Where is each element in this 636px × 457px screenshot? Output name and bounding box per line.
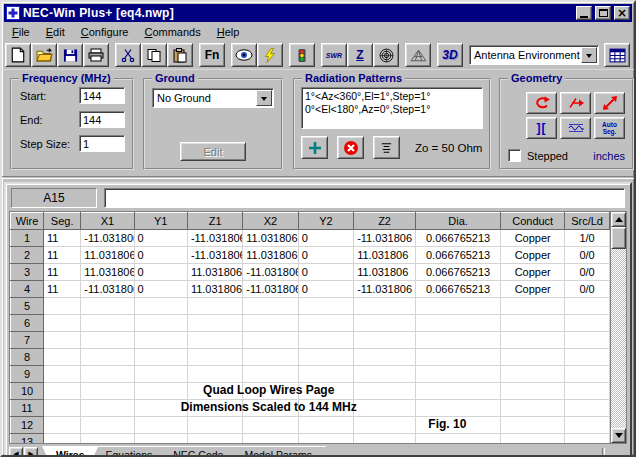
scroll-up-button[interactable] <box>611 212 626 227</box>
grid-cell[interactable]: 0/0 <box>565 281 610 298</box>
grid-cell[interactable] <box>354 298 416 315</box>
grid-cell[interactable]: 0.066765213 <box>415 281 500 298</box>
column-header[interactable]: Y1 <box>134 213 187 230</box>
grid-cell[interactable] <box>415 434 500 445</box>
column-header[interactable]: Seg. <box>44 213 81 230</box>
grid-cell[interactable] <box>298 332 353 349</box>
grid-cell[interactable]: 11.031806 <box>243 247 298 264</box>
grid-cell[interactable] <box>298 315 353 332</box>
grid-cell[interactable] <box>134 315 187 332</box>
grid-cell[interactable] <box>565 434 610 445</box>
pattern-list[interactable]: 1°<Az<360°,El=1°,Step=1° 0°<El<180°,Az=0… <box>301 87 483 129</box>
grid-cell[interactable]: 0 <box>134 247 187 264</box>
grid-cell[interactable] <box>81 315 134 332</box>
grid-cell[interactable] <box>187 417 242 434</box>
grid-cell[interactable]: -11.031806 <box>187 247 242 264</box>
fn-button[interactable]: Fn <box>199 43 225 67</box>
grid-cell[interactable] <box>243 434 298 445</box>
grid-cell[interactable] <box>415 366 500 383</box>
grid-cell[interactable] <box>81 434 134 445</box>
grid-cell[interactable] <box>243 315 298 332</box>
grid-cell[interactable] <box>354 315 416 332</box>
column-header[interactable]: Conduct <box>501 213 565 230</box>
grid-cell[interactable]: 1/0 <box>565 230 610 247</box>
grid-cell[interactable] <box>354 383 416 400</box>
grid-cell[interactable] <box>354 400 416 417</box>
grid-cell[interactable]: 0 <box>298 247 353 264</box>
column-header[interactable]: Dia. <box>415 213 500 230</box>
polar-plot-button[interactable] <box>373 43 399 67</box>
tab-scroll-right-button[interactable]: ▶ <box>24 447 38 457</box>
paste-button[interactable] <box>167 43 193 67</box>
grid-cell[interactable]: 11.031806 <box>354 247 416 264</box>
grid-cell[interactable] <box>354 434 416 445</box>
grid-cell[interactable] <box>565 349 610 366</box>
grid-cell[interactable] <box>81 332 134 349</box>
grid-cell[interactable] <box>565 383 610 400</box>
rotate-button[interactable] <box>526 92 557 114</box>
grid-cell[interactable] <box>501 383 565 400</box>
grid-cell[interactable] <box>298 298 353 315</box>
grid-cell[interactable] <box>134 366 187 383</box>
delete-pattern-button[interactable] <box>337 136 364 159</box>
cut-button[interactable] <box>115 43 141 67</box>
row-header[interactable]: 7 <box>11 332 44 349</box>
grid-cell[interactable] <box>354 417 416 434</box>
maximize-button[interactable] <box>595 6 611 20</box>
pattern-item[interactable]: 0°<El<180°,Az=0°,Step=1° <box>305 103 482 116</box>
row-header[interactable]: 5 <box>11 298 44 315</box>
grid-cell[interactable]: 11 <box>44 230 81 247</box>
grid-cell[interactable] <box>501 366 565 383</box>
grid-cell[interactable] <box>243 298 298 315</box>
row-header[interactable]: 10 <box>11 383 44 400</box>
menu-commands[interactable]: Commands <box>138 24 206 40</box>
print-button[interactable] <box>83 43 109 67</box>
grid-cell[interactable]: Copper <box>501 264 565 281</box>
grid-cell[interactable] <box>44 400 81 417</box>
row-header[interactable]: 6 <box>11 315 44 332</box>
menu-file[interactable]: File <box>6 24 36 40</box>
grid-cell[interactable] <box>44 332 81 349</box>
row-header[interactable]: 4 <box>11 281 44 298</box>
translate-button[interactable] <box>560 92 591 114</box>
copy-button[interactable] <box>141 43 167 67</box>
tab-wires[interactable]: Wires <box>42 446 99 457</box>
menu-configure[interactable]: Configure <box>75 24 135 40</box>
tab-model-params[interactable]: Model Params <box>230 446 326 457</box>
corner-header[interactable]: Wire <box>11 213 44 230</box>
row-header[interactable]: 8 <box>11 349 44 366</box>
scale-button[interactable] <box>594 92 625 114</box>
antenna-display-button[interactable] <box>405 43 431 67</box>
grid-cell[interactable]: 11 <box>44 264 81 281</box>
spreadsheet-button[interactable] <box>604 43 630 67</box>
swr-button[interactable]: SWR <box>321 43 347 67</box>
end-match-button[interactable]: ][ <box>526 117 557 139</box>
grid-cell[interactable] <box>298 434 353 445</box>
grid-cell[interactable]: 11.031806 <box>81 264 134 281</box>
ground-select[interactable]: No Ground <box>152 88 274 108</box>
grid-cell[interactable] <box>44 315 81 332</box>
row-header[interactable]: 13 <box>11 434 44 445</box>
grid-cell[interactable] <box>243 349 298 366</box>
grid-cell[interactable] <box>134 332 187 349</box>
menu-edit[interactable]: Edit <box>40 24 71 40</box>
chevron-down-icon[interactable] <box>256 90 272 106</box>
grid-cell[interactable] <box>354 366 416 383</box>
grid-cell[interactable]: 0 <box>298 264 353 281</box>
add-pattern-button[interactable] <box>301 136 328 159</box>
minimize-button[interactable] <box>576 6 592 20</box>
grid-cell[interactable] <box>44 366 81 383</box>
row-header[interactable]: 2 <box>11 247 44 264</box>
cell-reference-box[interactable]: A15 <box>11 188 97 208</box>
column-header[interactable]: X2 <box>243 213 298 230</box>
grid-cell[interactable] <box>415 332 500 349</box>
grid-cell[interactable] <box>134 434 187 445</box>
grid-cell[interactable]: 0.066765213 <box>415 264 500 281</box>
impedance-button[interactable]: Z <box>347 43 373 67</box>
row-header[interactable]: 12 <box>11 417 44 434</box>
grid-cell[interactable]: Copper <box>501 230 565 247</box>
column-header[interactable]: Y2 <box>298 213 353 230</box>
grid-cell[interactable] <box>187 332 242 349</box>
row-header[interactable]: 9 <box>11 366 44 383</box>
tab-nec-code[interactable]: NEC Code <box>159 446 237 457</box>
